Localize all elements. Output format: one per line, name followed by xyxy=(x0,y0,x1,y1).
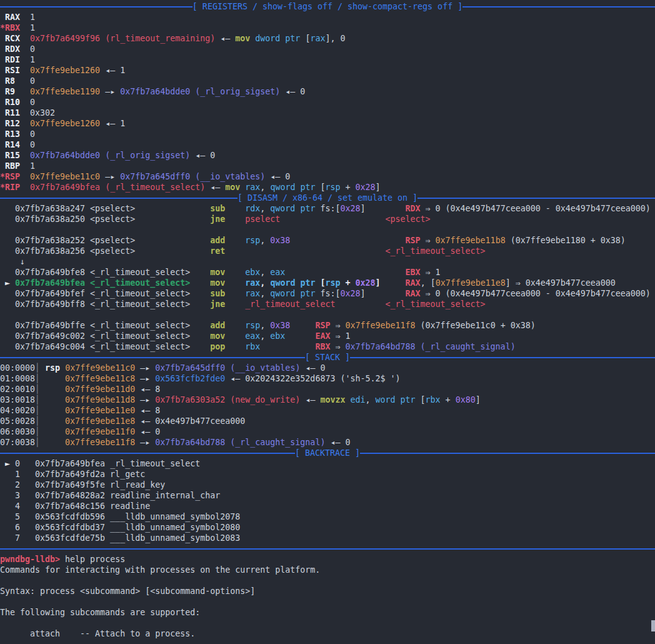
stack-row: 07:0038│ 0x7ffe9ebe11f8 —▸ 0x7fb7a64bd78… xyxy=(0,437,655,448)
text-segment: RCX xyxy=(0,34,30,43)
text-segment xyxy=(381,278,406,288)
text-segment: ⇒ 1 xyxy=(421,268,441,277)
disasm-flow-arrow: ↓ xyxy=(0,256,655,267)
text-segment: , xyxy=(260,321,270,330)
text-segment: RBP xyxy=(0,161,30,171)
reg-r13: R13 0 xyxy=(0,129,655,139)
section-header-stack: [ STACK ] xyxy=(0,352,655,363)
text-segment: ◂— 0x2024322e352d6873 ('sh-5.2$ ') xyxy=(225,374,400,383)
text-segment: 0x7ffe9ebe11d0 xyxy=(65,385,135,394)
text-segment xyxy=(40,427,65,436)
text-segment: 0x7fb7a638a247 <pselect> xyxy=(0,204,210,213)
backtrace-frame: 6 0x563fcdfdbd37 ___lldb_unnamed_symbol2… xyxy=(0,522,655,533)
text-segment: sub xyxy=(210,204,225,213)
text-segment: 6 0x563fcdfdbd37 ___lldb_unnamed_symbol2… xyxy=(0,523,240,532)
text-segment: Commands for interacting with processes … xyxy=(0,565,320,575)
section-rule-line xyxy=(0,453,295,454)
reg-r14: R14 0 xyxy=(0,139,655,150)
text-segment: 0x7fb7a64bd788 (_rl_caught_signal) xyxy=(155,438,325,447)
text-segment: 0x7fb7a6303a52 (new_do_write) xyxy=(155,395,300,405)
text-segment xyxy=(225,321,245,330)
text-segment: 1 xyxy=(30,161,35,171)
text-segment: ⇒ xyxy=(330,321,345,330)
text-segment xyxy=(290,321,315,330)
text-segment: 0x7fb7a645dff0 (__io_vtables) xyxy=(120,172,265,181)
text-segment: mov xyxy=(235,34,250,43)
text-segment: RAX xyxy=(406,278,421,288)
text-segment: jne xyxy=(210,214,225,224)
text-segment: —▸ xyxy=(135,374,155,383)
disasm-line: 0x7fb7a649bff8 <_rl_timeout_select> jne … xyxy=(0,299,655,309)
reg-r10: R10 0 xyxy=(0,97,655,108)
text-segment xyxy=(20,183,30,192)
section-title: [ STACK ] xyxy=(305,352,350,363)
text-segment: 0x38 xyxy=(270,321,290,330)
text-segment xyxy=(40,374,65,383)
stack-row: 03:0018│ 0x7ffe9ebe11d8 —▸ 0x7fb7a6303a5… xyxy=(0,395,655,405)
backtrace-frame-current: ► 0 0x7fb7a649bfea _rl_timeout_select xyxy=(0,458,655,469)
text-segment: ⇒ xyxy=(421,236,436,245)
text-segment: 0x7fb7a638a252 <pselect> xyxy=(0,236,210,245)
text-segment: 0x7ffe9ebe1190 xyxy=(30,87,100,96)
text-segment: ebx xyxy=(270,331,285,341)
text-segment: 0 xyxy=(30,98,35,107)
text-segment: add xyxy=(210,321,225,330)
text-segment xyxy=(225,289,245,298)
text-segment: 0x7ffe9ebe11f8 xyxy=(65,438,135,447)
text-segment: , [ xyxy=(421,278,436,288)
text-segment: 0x302 xyxy=(30,108,55,118)
text-segment: 0x7ffe9ebe1260 xyxy=(30,119,100,128)
text-segment: 0x7fb7a649c002 <_rl_timeout_select> xyxy=(0,331,210,341)
text-segment: fs:[ xyxy=(315,204,340,213)
reg-r8: R8 0 xyxy=(0,76,655,86)
text-segment: ebx xyxy=(245,268,260,277)
text-segment: 04:0020 xyxy=(0,406,35,415)
stack-row: 01:0008│ 0x7ffe9ebe11c8 —▸ 0x563fcfb2fde… xyxy=(0,373,655,384)
text-segment xyxy=(225,246,385,256)
text-segment: eax xyxy=(270,268,285,277)
reg-rcx: RCX 0x7fb7a6499f96 (rl_timeout_remaining… xyxy=(0,33,655,44)
text-segment xyxy=(40,438,65,447)
text-segment: RDX xyxy=(406,204,421,213)
scrollbar-thumb[interactable] xyxy=(651,620,655,631)
help-output-line: attach -- Attach to a process. xyxy=(0,628,655,639)
text-segment xyxy=(280,214,385,224)
text-segment: 0x7ffe9ebe11d8 xyxy=(65,395,135,405)
text-segment: add xyxy=(210,236,225,245)
stack-row: 04:0020│ 0x7ffe9ebe11e0 ◂— 8 xyxy=(0,405,655,416)
text-segment: 0x7ffe9ebe11f8 xyxy=(345,321,415,330)
text-segment: 05:0028 xyxy=(0,416,35,426)
text-segment: fs:[ xyxy=(315,289,340,298)
text-segment xyxy=(260,342,315,351)
text-segment: 0x7ffe9ebe11b8 xyxy=(436,236,506,245)
section-header-disasm: [ DISASM / x86-64 / set emulate on ] xyxy=(0,193,655,203)
text-segment: rsp xyxy=(325,183,340,192)
text-segment: , xyxy=(260,331,270,341)
text-segment: [ xyxy=(315,183,325,192)
text-segment: RDX xyxy=(0,44,30,54)
disasm-line: 0x7fb7a649bfef <_rl_timeout_select> sub … xyxy=(0,288,655,299)
text-segment: rax xyxy=(310,34,325,43)
stack-row: 00:0000│ rsp 0x7ffe9ebe11c0 —▸ 0x7fb7a64… xyxy=(0,363,655,373)
text-segment: 0x28 xyxy=(340,289,360,298)
section-title: [ DISASM / x86-64 / set emulate on ] xyxy=(238,193,418,203)
text-segment: │ xyxy=(35,438,40,447)
text-segment: R11 xyxy=(0,108,30,118)
text-segment xyxy=(335,299,385,309)
reg-rbp: RBP 1 xyxy=(0,161,655,171)
text-segment xyxy=(40,385,65,394)
text-segment: —▸ xyxy=(100,172,120,181)
text-segment: 0 xyxy=(30,140,35,149)
command-prompt-line[interactable]: pwndbg-lldb> help process xyxy=(0,554,655,565)
reg-rax: RAX 1 xyxy=(0,12,655,23)
text-segment: (0x7ffe9ebe11c0 + 0x38) xyxy=(416,321,536,330)
text-segment: 0x38 xyxy=(270,236,290,245)
text-segment: 0x80 xyxy=(456,395,476,405)
text-segment: mov xyxy=(210,278,225,288)
text-segment: 0x7fb7a649bffe <_rl_timeout_select> xyxy=(0,321,210,330)
text-segment: │ xyxy=(35,363,40,373)
text-segment: ◂— xyxy=(300,395,320,405)
text-segment: 07:0038 xyxy=(0,438,35,447)
text-segment: ], 0 xyxy=(325,34,345,43)
text-segment: jne xyxy=(210,299,225,309)
